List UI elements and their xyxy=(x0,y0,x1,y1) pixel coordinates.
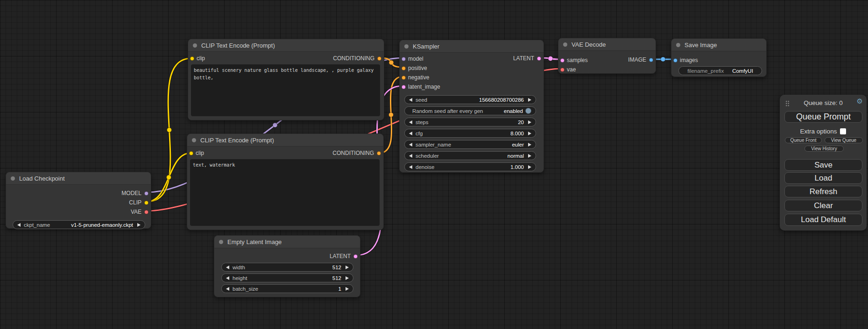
view-queue-button[interactable]: View Queue xyxy=(825,137,863,143)
sampler-name-widget[interactable]: sampler_name euler xyxy=(404,140,536,149)
cfg-widget[interactable]: cfg 8.000 xyxy=(404,129,536,138)
node-clip-text-encode-positive[interactable]: CLIP Text Encode (Prompt) clip CONDITION… xyxy=(188,39,384,120)
samples-input-port[interactable] xyxy=(560,58,565,63)
latent-image-input-port[interactable] xyxy=(402,85,406,89)
random-seed-toggle-widget[interactable]: Random seed after every gen enabled xyxy=(404,106,536,115)
node-title-bar[interactable]: Empty Latent Image xyxy=(214,236,360,248)
node-ksampler[interactable]: KSampler LATENT model positive negative … xyxy=(399,40,544,173)
increment-arrow-icon[interactable] xyxy=(528,132,531,135)
collapse-dot-icon[interactable] xyxy=(563,42,567,47)
positive-prompt-textarea[interactable]: beautiful scenery nature glass bottle la… xyxy=(191,64,380,116)
model-input-port[interactable] xyxy=(402,57,406,61)
latent-output-port[interactable] xyxy=(353,254,358,259)
node-load-checkpoint[interactable]: Load Checkpoint MODEL CLIP VAE ckpt_name… xyxy=(6,172,151,229)
increment-arrow-icon[interactable] xyxy=(528,143,531,147)
refresh-button[interactable]: Refresh xyxy=(784,186,862,197)
increment-arrow-icon[interactable] xyxy=(528,165,531,169)
decrement-arrow-icon[interactable] xyxy=(226,276,229,280)
collapse-dot-icon[interactable] xyxy=(192,138,196,142)
node-title-bar[interactable]: VAE Decode xyxy=(558,38,656,51)
collapse-dot-icon[interactable] xyxy=(219,240,223,244)
collapse-dot-icon[interactable] xyxy=(404,44,409,49)
port-label: latent_image xyxy=(400,84,440,90)
input-row-latent-image: latent_image xyxy=(400,82,543,91)
decrement-arrow-icon[interactable] xyxy=(409,120,412,124)
clip-input-port[interactable] xyxy=(189,151,193,155)
decrement-arrow-icon[interactable] xyxy=(409,98,412,102)
batch-size-widget[interactable]: batch_size 1 xyxy=(221,284,353,293)
comfyui-canvas[interactable]: { "colors": { "model": "#B39DDB", "clip"… xyxy=(0,0,868,329)
node-vae-decode[interactable]: VAE Decode IMAGE samples vae xyxy=(558,38,656,74)
ckpt-name-widget[interactable]: ckpt_name v1-5-pruned-emaonly.ckpt xyxy=(13,220,145,229)
positive-input-port[interactable] xyxy=(402,66,406,70)
collapse-dot-icon[interactable] xyxy=(676,43,680,47)
node-save-image[interactable]: Save Image images filename_prefix ComfyU… xyxy=(671,38,767,77)
denoise-widget[interactable]: denoise 1.000 xyxy=(404,162,536,171)
node-clip-text-encode-negative[interactable]: CLIP Text Encode (Prompt) clip CONDITION… xyxy=(187,133,384,230)
output-row-vae: VAE xyxy=(6,207,151,217)
increment-arrow-icon[interactable] xyxy=(346,287,349,291)
vae-output-port[interactable] xyxy=(144,210,148,214)
collapse-dot-icon[interactable] xyxy=(11,176,15,181)
queue-menu-panel: Queue size: 0 ⚙ Queue Prompt Extra optio… xyxy=(780,95,867,231)
node-title-bar[interactable]: CLIP Text Encode (Prompt) xyxy=(187,134,383,147)
increment-arrow-icon[interactable] xyxy=(346,276,349,280)
clip-input-port[interactable] xyxy=(190,56,194,61)
decrement-arrow-icon[interactable] xyxy=(409,165,412,169)
widget-value: 512 xyxy=(332,275,341,281)
output-row-latent: LATENT xyxy=(214,252,360,261)
decrement-arrow-icon[interactable] xyxy=(17,223,21,227)
queue-front-button[interactable]: Queue Front xyxy=(785,137,822,143)
decrement-arrow-icon[interactable] xyxy=(226,287,229,291)
clear-button[interactable]: Clear xyxy=(784,200,862,211)
conditioning-output-port[interactable] xyxy=(377,56,381,61)
node-title-bar[interactable]: Load Checkpoint xyxy=(6,172,151,185)
decrement-arrow-icon[interactable] xyxy=(409,154,412,158)
node-title-bar[interactable]: KSampler xyxy=(400,40,543,53)
seed-widget[interactable]: seed 156680208700286 xyxy=(404,95,536,104)
link-midpoint-dot-negative-conditioning xyxy=(389,112,394,117)
input-row-samples: samples xyxy=(558,56,656,65)
node-empty-latent-image[interactable]: Empty Latent Image LATENT width 512 heig… xyxy=(214,235,360,297)
output-row-model: MODEL xyxy=(6,189,151,198)
increment-arrow-icon[interactable] xyxy=(528,98,531,102)
load-default-button[interactable]: Load Default xyxy=(784,214,862,226)
widget-value: 20 xyxy=(518,119,524,125)
link-midpoint-dot-clip-to-positive xyxy=(167,128,172,133)
decrement-arrow-icon[interactable] xyxy=(409,143,412,147)
collapse-dot-icon[interactable] xyxy=(193,43,197,48)
increment-arrow-icon[interactable] xyxy=(528,154,531,158)
widget-value: v1-5-pruned-emaonly.ckpt xyxy=(71,222,133,228)
increment-arrow-icon[interactable] xyxy=(528,120,531,124)
load-button[interactable]: Load xyxy=(784,172,862,184)
node-title-bar[interactable]: CLIP Text Encode (Prompt) xyxy=(188,39,384,52)
input-row-images: images xyxy=(671,56,766,65)
model-output-port[interactable] xyxy=(144,191,148,196)
width-widget[interactable]: width 512 xyxy=(221,263,353,272)
widget-label: ckpt_name xyxy=(24,222,50,228)
toggle-knob-icon[interactable] xyxy=(525,108,531,114)
steps-widget[interactable]: steps 20 xyxy=(404,118,536,126)
node-title: VAE Decode xyxy=(572,41,606,48)
queue-prompt-button[interactable]: Queue Prompt xyxy=(784,111,862,123)
height-widget[interactable]: height 512 xyxy=(221,273,353,282)
negative-prompt-textarea[interactable]: text, watermark xyxy=(190,159,380,226)
decrement-arrow-icon[interactable] xyxy=(409,132,412,135)
increment-arrow-icon[interactable] xyxy=(346,266,349,269)
filename-prefix-widget[interactable]: filename_prefix ComfyUI xyxy=(678,66,762,75)
node-title-bar[interactable]: Save Image xyxy=(671,39,766,51)
decrement-arrow-icon[interactable] xyxy=(226,266,229,269)
vae-input-port[interactable] xyxy=(560,68,565,72)
widget-value: 1.000 xyxy=(510,164,524,170)
scheduler-widget[interactable]: scheduler normal xyxy=(404,151,536,160)
clip-output-port[interactable] xyxy=(144,201,148,205)
view-history-button[interactable]: View History xyxy=(804,146,844,152)
images-input-port[interactable] xyxy=(673,58,677,63)
extra-options-checkbox[interactable] xyxy=(840,128,846,134)
conditioning-output-port[interactable] xyxy=(377,151,381,155)
save-button[interactable]: Save xyxy=(784,159,862,171)
negative-input-port[interactable] xyxy=(402,76,406,80)
widget-label: cfg xyxy=(416,131,423,136)
settings-gear-icon[interactable]: ⚙ xyxy=(857,98,863,105)
increment-arrow-icon[interactable] xyxy=(137,223,141,227)
